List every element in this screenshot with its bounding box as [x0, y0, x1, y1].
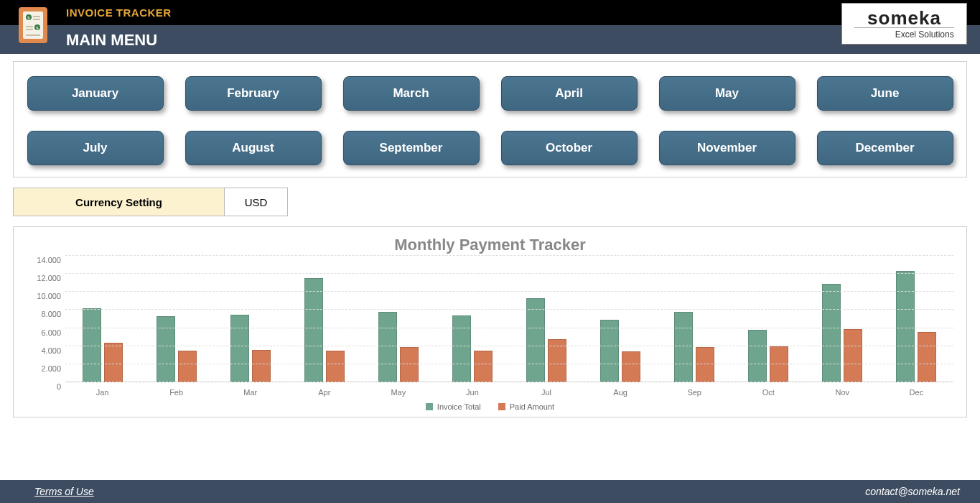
- xtick-label: Jun: [435, 388, 509, 397]
- chart-area: 02.0004.0006.0008.00010.00012.00014.000 …: [27, 256, 953, 400]
- top-bar: INVOICE TRACKER: [0, 0, 980, 25]
- legend-label-a: Invoice Total: [437, 402, 481, 411]
- terms-link[interactable]: Terms of Use: [34, 486, 94, 497]
- bar-paid-amount: [326, 351, 345, 382]
- bar-invoice-total: [157, 316, 175, 382]
- bar-invoice-total: [452, 315, 471, 382]
- bar-paid-amount: [178, 351, 197, 382]
- bar-paid-amount: [696, 347, 714, 382]
- chart-plot: JanFebMarAprMayJunJulAugSepOctNovDec: [65, 256, 953, 400]
- bar-paid-amount: [252, 350, 271, 382]
- bar-paid-amount: [474, 351, 493, 382]
- logo: someka Excel Solutions: [841, 3, 967, 45]
- bar-paid-amount: [770, 346, 788, 382]
- month-button-march[interactable]: March: [343, 76, 480, 111]
- legend-item-invoice-total: Invoice Total: [426, 402, 481, 411]
- ytick-label: 6.000: [41, 328, 61, 337]
- xtick-label: May: [361, 388, 435, 397]
- svg-rect-10: [26, 34, 40, 36]
- month-button-october[interactable]: October: [501, 131, 638, 165]
- legend-swatch-b: [498, 403, 505, 410]
- ytick-label: 14.000: [37, 256, 61, 264]
- chart-title: Monthly Payment Tracker: [27, 236, 953, 254]
- months-panel: JanuaryFebruaryMarchAprilMayJune JulyAug…: [13, 61, 967, 177]
- month-button-december[interactable]: December: [817, 131, 953, 165]
- legend-item-paid-amount: Paid Amount: [498, 402, 554, 411]
- ytick-label: 8.000: [41, 310, 61, 318]
- bar-paid-amount: [844, 329, 862, 382]
- svg-rect-4: [33, 16, 40, 17]
- bar-invoice-total: [822, 284, 841, 382]
- xtick-label: Jan: [65, 388, 139, 397]
- contact-email: contact@someka.net: [865, 486, 960, 497]
- bar-invoice-total: [230, 315, 249, 382]
- xtick-label: Sep: [658, 388, 732, 397]
- month-button-april[interactable]: April: [501, 76, 638, 111]
- month-button-january[interactable]: January: [27, 76, 164, 111]
- currency-label: Currency Setting: [13, 188, 225, 216]
- logo-subtitle: Excel Solutions: [854, 27, 953, 40]
- chart-yaxis: 02.0004.0006.0008.00010.00012.00014.000: [27, 256, 65, 400]
- xtick-label: Oct: [732, 388, 806, 397]
- bar-paid-amount: [622, 351, 640, 382]
- bar-invoice-total: [378, 312, 397, 382]
- bar-invoice-total: [304, 278, 323, 382]
- bar-invoice-total: [526, 298, 545, 382]
- legend-swatch-a: [426, 403, 433, 410]
- ytick-label: 10.000: [37, 292, 61, 300]
- currency-setting: Currency Setting USD: [13, 188, 967, 216]
- ytick-label: 12.000: [37, 274, 61, 282]
- bar-invoice-total: [748, 330, 767, 382]
- xtick-label: Apr: [287, 388, 361, 397]
- month-button-september[interactable]: September: [343, 131, 480, 165]
- xtick-label: Aug: [584, 388, 658, 397]
- ytick-label: 2.000: [41, 364, 61, 373]
- xtick-label: Mar: [213, 388, 287, 397]
- page-title: MAIN MENU: [66, 31, 157, 50]
- ytick-label: 4.000: [41, 346, 61, 355]
- chart-panel: Monthly Payment Tracker 02.0004.0006.000…: [13, 226, 967, 417]
- month-button-august[interactable]: August: [185, 131, 322, 165]
- xtick-label: Jul: [509, 388, 583, 397]
- legend-label-b: Paid Amount: [510, 402, 554, 411]
- xtick-label: Feb: [139, 388, 213, 397]
- logo-text: someka: [867, 9, 941, 27]
- footer-bar: Terms of Use contact@someka.net: [0, 480, 980, 503]
- xtick-label: Nov: [806, 388, 879, 397]
- svg-rect-5: [33, 19, 40, 20]
- sub-bar: MAIN MENU: [0, 25, 980, 54]
- svg-rect-9: [26, 29, 33, 30]
- month-button-july[interactable]: July: [27, 131, 164, 165]
- currency-value[interactable]: USD: [225, 188, 288, 216]
- month-button-february[interactable]: February: [185, 76, 322, 111]
- invoice-icon: $ $: [17, 6, 49, 45]
- month-button-june[interactable]: June: [817, 76, 953, 111]
- tracker-label: INVOICE TRACKER: [66, 6, 172, 19]
- month-button-november[interactable]: November: [659, 131, 795, 165]
- chart-legend: Invoice Total Paid Amount: [27, 402, 953, 411]
- month-button-may[interactable]: May: [659, 76, 795, 111]
- bar-paid-amount: [400, 347, 419, 382]
- bar-paid-amount: [918, 332, 936, 382]
- bar-invoice-total: [600, 320, 619, 382]
- ytick-label: 0: [57, 382, 61, 391]
- svg-rect-8: [26, 26, 33, 27]
- bar-invoice-total: [674, 312, 693, 382]
- xtick-label: Dec: [879, 388, 953, 397]
- bar-paid-amount: [104, 343, 123, 382]
